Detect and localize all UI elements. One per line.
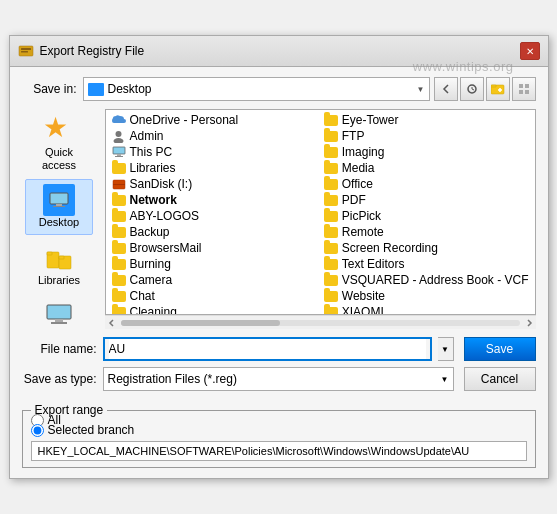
registry-path: HKEY_LOCAL_MACHINE\SOFTWARE\Policies\Mic…	[31, 441, 527, 461]
filename-input[interactable]	[109, 339, 426, 359]
saveas-dropdown[interactable]: Registration Files (*.reg) ▼	[103, 367, 454, 391]
list-item[interactable]: Eye-Tower	[318, 112, 535, 128]
folder-icon	[324, 145, 338, 159]
folder-icon	[112, 193, 126, 207]
file-item-name: SanDisk (I:)	[130, 177, 193, 191]
file-item-name: PDF	[342, 193, 366, 207]
folder-icon	[324, 161, 338, 175]
folder-icon	[112, 225, 126, 239]
folder-icon	[112, 305, 126, 315]
file-list[interactable]: OneDrive - PersonalAdminThis PCLibraries…	[105, 109, 536, 315]
list-item[interactable]: PDF	[318, 192, 535, 208]
folder-icon	[324, 257, 338, 271]
file-item-name: Eye-Tower	[342, 113, 399, 127]
list-item[interactable]: Libraries	[106, 160, 318, 176]
new-folder-button[interactable]	[486, 77, 510, 101]
export-registry-dialog: Export Registry File www.wintips.org ✕ S…	[9, 35, 549, 479]
svg-rect-18	[59, 256, 64, 259]
export-range-fieldset: Export range All Selected branch HKEY_LO…	[22, 403, 536, 468]
folder-icon	[324, 305, 338, 315]
list-item[interactable]: Imaging	[318, 144, 535, 160]
folder-icon	[112, 209, 126, 223]
file-item-name: XIAOMI	[342, 305, 384, 315]
cancel-button[interactable]: Cancel	[464, 367, 536, 391]
list-item[interactable]: Admin	[106, 128, 318, 144]
left-item-libraries-label: Libraries	[38, 274, 80, 287]
dialog-title: Export Registry File	[40, 44, 274, 58]
title-bar: Export Registry File www.wintips.org ✕	[10, 36, 548, 67]
folder-icon	[324, 129, 338, 143]
folder-icon	[112, 257, 126, 271]
list-item[interactable]: Cleaning	[106, 304, 318, 315]
list-item[interactable]: XIAOMI	[318, 304, 535, 315]
folder-icon	[112, 161, 126, 175]
filename-input-wrapper[interactable]	[103, 337, 432, 361]
left-item-thispc[interactable]: This PC	[25, 294, 93, 329]
svg-rect-19	[47, 305, 71, 319]
list-item[interactable]: VSQUARED - Address Book - VCF	[318, 272, 535, 288]
libraries-icon	[43, 242, 75, 274]
save-in-dropdown[interactable]: Desktop ▼	[83, 77, 430, 101]
scroll-track	[121, 320, 520, 326]
recent-locations-button[interactable]	[460, 77, 484, 101]
close-button[interactable]: ✕	[520, 42, 540, 60]
left-item-quick-access[interactable]: ★ Quick access	[25, 109, 93, 177]
list-item[interactable]: Screen Recording	[318, 240, 535, 256]
list-item[interactable]: Office	[318, 176, 535, 192]
file-item-name: Admin	[130, 129, 164, 143]
file-item-name: ABY-LOGOS	[130, 209, 200, 223]
views-button[interactable]	[512, 77, 536, 101]
list-item[interactable]: BrowsersMail	[106, 240, 318, 256]
folder-icon	[112, 177, 126, 191]
file-item-name: PicPick	[342, 209, 381, 223]
list-item[interactable]: Network	[106, 192, 318, 208]
save-in-combo: Desktop ▼	[83, 77, 536, 101]
save-in-row: Save in: Desktop ▼	[22, 77, 536, 101]
list-item[interactable]: SanDisk (I:)	[106, 176, 318, 192]
left-navigation-panel: ★ Quick access Desktop	[22, 109, 97, 329]
back-button[interactable]	[434, 77, 458, 101]
svg-rect-14	[53, 206, 65, 207]
svg-rect-9	[525, 84, 529, 88]
save-button[interactable]: Save	[464, 337, 536, 361]
file-item-name: Website	[342, 289, 385, 303]
file-item-name: OneDrive - Personal	[130, 113, 239, 127]
list-item[interactable]: Text Editors	[318, 256, 535, 272]
thispc-icon	[43, 299, 75, 329]
list-item[interactable]: OneDrive - Personal	[106, 112, 318, 128]
svg-rect-21	[51, 322, 67, 324]
left-item-libraries[interactable]: Libraries	[25, 237, 93, 292]
svg-rect-2	[21, 51, 28, 53]
file-item-name: Camera	[130, 273, 173, 287]
svg-rect-16	[47, 252, 52, 255]
file-item-name: This PC	[130, 145, 173, 159]
svg-rect-13	[56, 204, 62, 206]
left-item-quick-access-label: Quick access	[28, 146, 90, 172]
list-item[interactable]: Remote	[318, 224, 535, 240]
folder-icon	[112, 241, 126, 255]
folder-icon	[324, 113, 338, 127]
list-item[interactable]: Camera	[106, 272, 318, 288]
file-list-container: OneDrive - PersonalAdminThis PCLibraries…	[105, 109, 536, 329]
file-item-name: Network	[130, 193, 177, 207]
left-item-desktop[interactable]: Desktop	[25, 179, 93, 234]
list-item[interactable]: Backup	[106, 224, 318, 240]
svg-rect-11	[525, 90, 529, 94]
file-item-name: BrowsersMail	[130, 241, 202, 255]
file-item-name: Imaging	[342, 145, 385, 159]
list-item[interactable]: Website	[318, 288, 535, 304]
list-item[interactable]: FTP	[318, 128, 535, 144]
quick-access-icon: ★	[43, 114, 75, 146]
list-item[interactable]: Chat	[106, 288, 318, 304]
list-item[interactable]: PicPick	[318, 208, 535, 224]
list-item[interactable]: This PC	[106, 144, 318, 160]
folder-icon	[112, 273, 126, 287]
selected-branch-radio-row: Selected branch	[31, 423, 527, 437]
filename-dropdown-btn[interactable]: ▼	[438, 337, 454, 361]
list-item[interactable]: Burning	[106, 256, 318, 272]
list-item[interactable]: ABY-LOGOS	[106, 208, 318, 224]
horizontal-scrollbar[interactable]	[105, 315, 536, 329]
selected-branch-radio[interactable]	[31, 424, 44, 437]
selected-branch-radio-label[interactable]: Selected branch	[48, 423, 135, 437]
list-item[interactable]: Media	[318, 160, 535, 176]
